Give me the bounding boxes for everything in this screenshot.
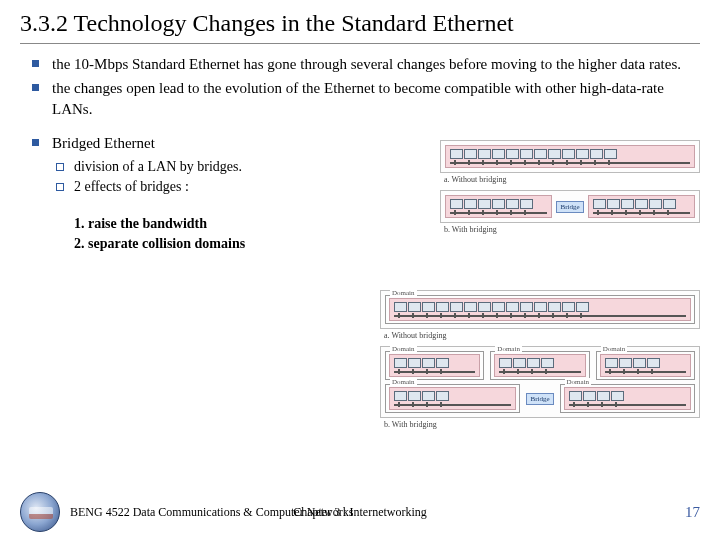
computer-icon [422, 358, 433, 371]
computer-icon [506, 149, 517, 162]
computer-icon [499, 358, 510, 371]
computer-icon [663, 199, 674, 212]
computer-icon [583, 391, 594, 404]
computer-icon [548, 302, 559, 315]
domain-label: Domain [601, 345, 628, 353]
domain-label: Domain [390, 378, 417, 386]
computer-icon [478, 302, 489, 315]
bridge-icon: Bridge [526, 393, 553, 405]
diagram-caption: b. With bridging [444, 225, 700, 234]
computer-icon [576, 302, 587, 315]
domain-label: Domain [565, 378, 592, 386]
computer-icon [534, 302, 545, 315]
diagram-bridging: a. Without bridging Bridge [440, 140, 700, 240]
computer-icon [464, 199, 475, 212]
computer-icon [450, 302, 461, 315]
computer-icon [464, 149, 475, 162]
slide-title: 3.3.2 Technology Changes in the Standard… [20, 10, 700, 44]
computer-icon [506, 302, 517, 315]
domain-label: Domain [390, 289, 417, 297]
computer-icon [478, 149, 489, 162]
computer-icon [548, 149, 559, 162]
domain-label: Domain [390, 345, 417, 353]
computer-icon [611, 391, 622, 404]
computer-icon [422, 391, 433, 404]
computer-icon [492, 149, 503, 162]
computer-icon [520, 302, 531, 315]
computer-icon [436, 391, 447, 404]
domain-label: Domain [495, 345, 522, 353]
diagram-collision-domains: Domain [380, 290, 700, 435]
computer-icon [590, 149, 601, 162]
computer-icon [436, 358, 447, 371]
computer-icon [607, 199, 618, 212]
computer-icon [520, 149, 531, 162]
footer-chapter: Chapter 3 : Internetworking [293, 505, 427, 520]
computer-icon [464, 302, 475, 315]
computer-icon [450, 199, 461, 212]
university-logo-icon [20, 492, 60, 532]
computer-icon [436, 302, 447, 315]
computer-icon [647, 358, 658, 371]
computer-icon [541, 358, 552, 371]
computer-icon [520, 199, 531, 212]
computer-icon [422, 302, 433, 315]
bridge-icon: Bridge [556, 201, 583, 213]
computer-icon [534, 149, 545, 162]
computer-icon [408, 391, 419, 404]
computer-icon [597, 391, 608, 404]
computer-icon [569, 391, 580, 404]
computer-icon [527, 358, 538, 371]
computer-icon [408, 358, 419, 371]
computer-icon [394, 358, 405, 371]
page-number: 17 [685, 504, 700, 521]
computer-icon [633, 358, 644, 371]
diagram-caption: a. Without bridging [384, 331, 700, 340]
bullet-item: the changes open lead to the evolution o… [38, 78, 700, 119]
computer-icon [604, 149, 615, 162]
diagram-caption: a. Without bridging [444, 175, 700, 184]
computer-icon [394, 391, 405, 404]
computer-icon [576, 149, 587, 162]
computer-icon [492, 302, 503, 315]
computer-icon [450, 149, 461, 162]
computer-icon [506, 199, 517, 212]
computer-icon [562, 149, 573, 162]
diagram-caption: b. With bridging [384, 420, 700, 429]
computer-icon [621, 199, 632, 212]
computer-icon [619, 358, 630, 371]
computer-icon [649, 199, 660, 212]
computer-icon [605, 358, 616, 371]
computer-icon [478, 199, 489, 212]
computer-icon [492, 199, 503, 212]
bullet-item: the 10-Mbps Standard Ethernet has gone t… [38, 54, 700, 74]
computer-icon [635, 199, 646, 212]
slide-footer: BENG 4522 Data Communications & Computer… [0, 492, 720, 532]
computer-icon [394, 302, 405, 315]
computer-icon [513, 358, 524, 371]
computer-icon [562, 302, 573, 315]
computer-icon [593, 199, 604, 212]
computer-icon [408, 302, 419, 315]
